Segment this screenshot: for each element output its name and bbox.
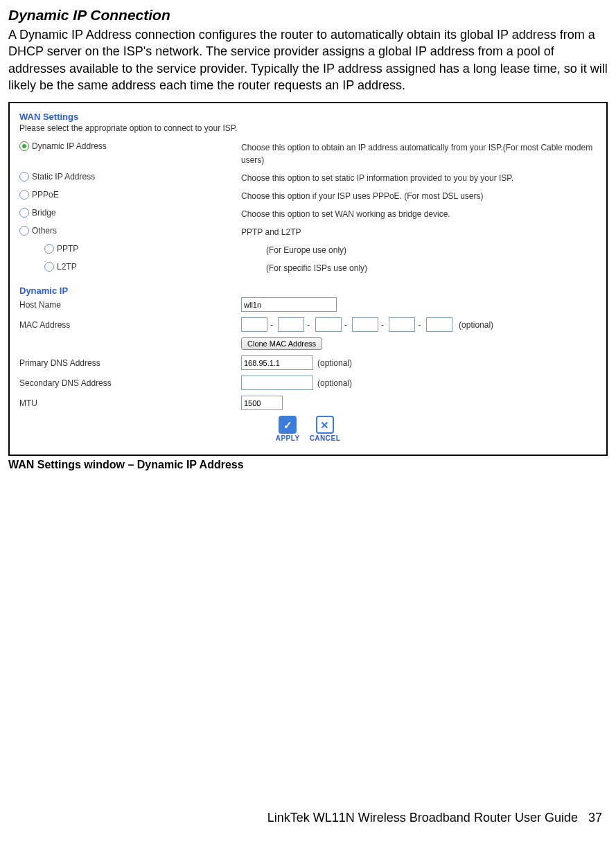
radio-dynamic-ip-label: Dynamic IP Address: [32, 141, 107, 151]
mac-address-group: - - - - - (optional): [241, 317, 493, 332]
radio-static-ip-desc: Choose this option to set static IP info…: [241, 172, 597, 184]
mac-input-3[interactable]: [315, 317, 342, 332]
wan-settings-panel: WAN Settings Please select the appropria…: [8, 102, 608, 456]
radio-l2tp-desc: (For specific ISPs use only): [266, 262, 597, 274]
secondary-dns-optional: (optional): [317, 378, 352, 388]
intro-paragraph: A Dynamic IP Address connection configur…: [8, 26, 608, 94]
mac-input-1[interactable]: [241, 317, 267, 332]
radio-dynamic-ip-desc: Choose this option to obtain an IP addre…: [241, 141, 597, 166]
wan-settings-subtext: Please select the appropriate option to …: [19, 123, 597, 133]
clone-mac-button[interactable]: Clone MAC Address: [241, 337, 322, 350]
radio-l2tp-label: L2TP: [57, 262, 77, 272]
section-title: Dynamic IP Connection: [8, 7, 608, 24]
radio-pptp-label: PPTP: [57, 244, 78, 254]
radio-static-ip-label: Static IP Address: [32, 172, 95, 182]
mac-input-5[interactable]: [389, 317, 415, 332]
page-footer: LinkTek WL11N Wireless Broadband Router …: [8, 811, 608, 825]
radio-others[interactable]: [19, 226, 29, 236]
apply-button[interactable]: APPLY: [276, 416, 300, 442]
apply-label: APPLY: [276, 434, 300, 442]
secondary-dns-label: Secondary DNS Address: [19, 378, 241, 388]
mac-optional-note: (optional): [459, 320, 493, 330]
radio-static-ip[interactable]: [19, 172, 29, 182]
mac-input-6[interactable]: [426, 317, 452, 332]
radio-bridge-label: Bridge: [32, 208, 56, 218]
mtu-input[interactable]: [241, 396, 283, 410]
primary-dns-optional: (optional): [317, 358, 352, 368]
host-name-input[interactable]: [241, 297, 337, 312]
radio-pppoe-label: PPPoE: [32, 190, 59, 200]
check-icon: [279, 416, 297, 434]
secondary-dns-input[interactable]: [241, 376, 313, 390]
primary-dns-label: Primary DNS Address: [19, 358, 241, 368]
dynamic-ip-heading: Dynamic IP: [19, 285, 597, 296]
radio-others-desc: PPTP and L2TP: [241, 226, 597, 238]
radio-others-label: Others: [32, 226, 57, 236]
radio-pptp-desc: (For Europe use only): [266, 244, 597, 256]
host-name-label: Host Name: [19, 300, 241, 310]
figure-caption: WAN Settings window – Dynamic IP Address: [8, 459, 608, 471]
primary-dns-input[interactable]: [241, 355, 313, 370]
cancel-label: CANCEL: [310, 434, 341, 442]
cancel-button[interactable]: CANCEL: [310, 416, 341, 442]
footer-text: LinkTek WL11N Wireless Broadband Router …: [267, 811, 578, 825]
mac-input-2[interactable]: [278, 317, 304, 332]
mtu-label: MTU: [19, 398, 241, 408]
radio-pptp[interactable]: [44, 244, 54, 254]
radio-bridge[interactable]: [19, 208, 29, 218]
page-number: 37: [588, 811, 602, 825]
radio-pppoe-desc: Choose this option if your ISP uses PPPo…: [241, 190, 597, 202]
radio-l2tp[interactable]: [44, 262, 54, 272]
radio-bridge-desc: Choose this option to set WAN working as…: [241, 208, 597, 220]
mac-address-label: MAC Address: [19, 320, 241, 330]
radio-dynamic-ip[interactable]: [19, 141, 29, 151]
wan-settings-heading: WAN Settings: [19, 112, 597, 122]
close-icon: [316, 416, 334, 434]
radio-pppoe[interactable]: [19, 190, 29, 200]
mac-input-4[interactable]: [352, 317, 378, 332]
